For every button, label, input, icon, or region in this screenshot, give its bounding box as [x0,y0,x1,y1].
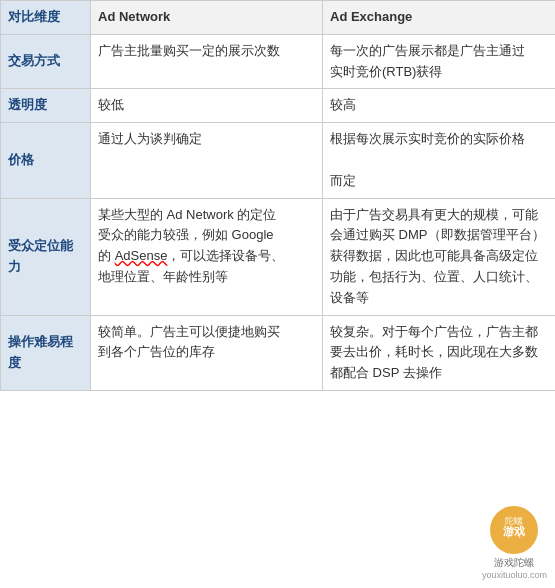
cell-exchange-2: 较高 [323,89,556,123]
cell-network-1: 广告主批量购买一定的展示次数 [91,34,323,89]
cell-exchange-1: 每一次的广告展示都是广告主通过实时竞价(RTB)获得 [323,34,556,89]
cell-network-2: 较低 [91,89,323,123]
table-row: 交易方式 广告主批量购买一定的展示次数 每一次的广告展示都是广告主通过实时竞价(… [1,34,556,89]
cell-dimension-1: 交易方式 [1,34,91,89]
table-row: 价格 通过人为谈判确定 根据每次展示实时竞价的实际价格而定 [1,123,556,198]
cell-network-3: 通过人为谈判确定 [91,123,323,198]
svg-text:游戏: 游戏 [503,525,525,537]
cell-network-4: 某些大型的 Ad Network 的定位受众的能力较强，例如 Google的 A… [91,198,323,315]
watermark-url: youxituoluo.com [482,570,547,580]
watermark-logo-svg: 游戏 陀螺 [494,510,534,550]
cell-exchange-4: 由于广告交易具有更大的规模，可能会通过购买 DMP（即数据管理平台）获得数据，因… [323,198,556,315]
cell-network-5: 较简单。广告主可以便捷地购买到各个广告位的库存 [91,315,323,390]
watermark-icon: 游戏 陀螺 [490,506,538,554]
table-row: 操作难易程度 较简单。广告主可以便捷地购买到各个广告位的库存 较复杂。对于每个广… [1,315,556,390]
table-header-row: 对比维度 Ad Network Ad Exchange [1,1,556,35]
comparison-table-container: 对比维度 Ad Network Ad Exchange 交易方式 广告主批量购买… [0,0,555,588]
header-dimension: 对比维度 [1,1,91,35]
header-exchange: Ad Exchange [323,1,556,35]
cell-exchange-3: 根据每次展示实时竞价的实际价格而定 [323,123,556,198]
table-row: 受众定位能力 某些大型的 Ad Network 的定位受众的能力较强，例如 Go… [1,198,556,315]
svg-text:陀螺: 陀螺 [505,516,523,526]
header-network: Ad Network [91,1,323,35]
watermark: 游戏 陀螺 游戏陀螺 youxituoluo.com [482,506,547,580]
cell-dimension-4: 受众定位能力 [1,198,91,315]
cell-dimension-3: 价格 [1,123,91,198]
cell-dimension-2: 透明度 [1,89,91,123]
cell-exchange-5: 较复杂。对于每个广告位，广告主都要去出价，耗时长，因此现在大多数都配合 DSP … [323,315,556,390]
adsense-text: AdSense [115,248,168,263]
table-row: 透明度 较低 较高 [1,89,556,123]
cell-dimension-5: 操作难易程度 [1,315,91,390]
comparison-table: 对比维度 Ad Network Ad Exchange 交易方式 广告主批量购买… [0,0,555,391]
watermark-site-name: 游戏陀螺 [494,556,534,570]
